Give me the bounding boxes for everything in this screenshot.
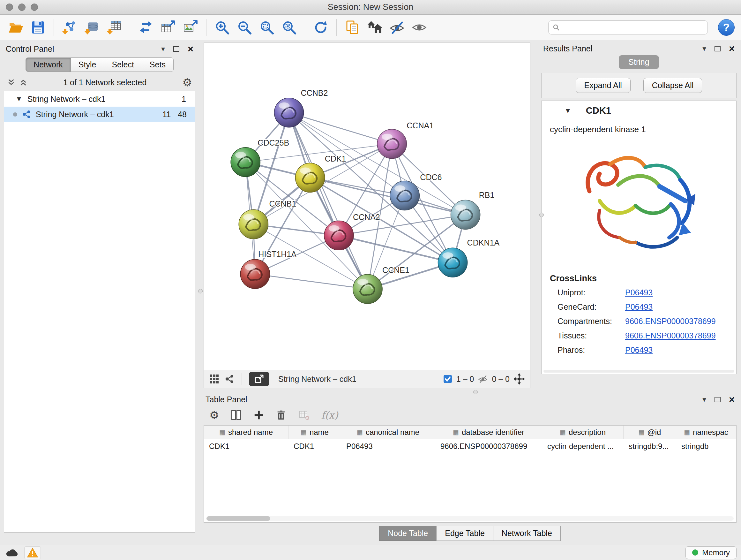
- string-results-tab[interactable]: String: [619, 55, 659, 69]
- network-row-selected[interactable]: String Network – cdk1 11 48: [4, 107, 195, 122]
- delete-table-icon[interactable]: [298, 409, 310, 421]
- network-edge-HIST1H1A-CCNE1[interactable]: [255, 274, 367, 289]
- collapse-tree-icon[interactable]: [19, 78, 27, 86]
- open-session-button[interactable]: [6, 18, 25, 37]
- zoom-window-button[interactable]: [30, 3, 38, 11]
- zoom-selected-button[interactable]: [280, 18, 298, 37]
- panel-menu-icon[interactable]: ▾: [702, 45, 706, 52]
- float-panel-icon[interactable]: [173, 46, 179, 52]
- tab-network-table[interactable]: Network Table: [493, 526, 561, 541]
- export-view-button[interactable]: [249, 372, 269, 386]
- float-panel-icon[interactable]: [715, 397, 721, 402]
- crosslink-link[interactable]: P06493: [625, 302, 653, 312]
- network-node-CCNB1[interactable]: [239, 209, 268, 239]
- zoom-out-button[interactable]: [235, 18, 254, 37]
- zoom-in-button[interactable]: [213, 18, 231, 37]
- network-graph[interactable]: CCNB2CCNA1CDC25BCDK1CDC6RB1CCNB1CCNA2CDK…: [204, 43, 530, 370]
- network-edge-CCNB2-CCNE1[interactable]: [289, 113, 367, 289]
- disclosure-triangle-icon[interactable]: ▼: [16, 95, 22, 103]
- close-panel-icon[interactable]: ×: [188, 44, 193, 54]
- network-edge-CCNB2-RB1[interactable]: [289, 113, 466, 215]
- import-table-button[interactable]: [105, 18, 124, 37]
- minimize-window-button[interactable]: [18, 3, 25, 11]
- float-panel-icon[interactable]: [715, 46, 721, 51]
- function-builder-icon[interactable]: f(x): [321, 409, 338, 421]
- hidden-eye-icon[interactable]: [478, 374, 488, 384]
- import-database-button[interactable]: [83, 18, 101, 37]
- column-header-namespace[interactable]: ▦namespac: [676, 426, 736, 439]
- search-input[interactable]: [562, 23, 704, 32]
- hide-annotations-button[interactable]: [388, 18, 406, 37]
- panel-menu-icon[interactable]: ▾: [702, 396, 706, 403]
- horizontal-splitter[interactable]: [201, 388, 741, 393]
- cloud-icon[interactable]: [4, 548, 19, 558]
- crosslink-link[interactable]: 9606.ENSP00000378699: [625, 331, 716, 340]
- tab-network[interactable]: Network: [25, 57, 71, 72]
- tab-edge-table[interactable]: Edge Table: [436, 526, 493, 541]
- table-settings-gear-icon[interactable]: ⚙: [209, 410, 219, 421]
- close-panel-icon[interactable]: ×: [729, 395, 735, 405]
- column-header-canonical-name[interactable]: ▦canonical name: [341, 426, 435, 439]
- tab-select[interactable]: Select: [104, 57, 142, 72]
- scrollbar-thumb[interactable]: [206, 516, 270, 521]
- tab-style[interactable]: Style: [71, 57, 105, 72]
- crosslink-link[interactable]: 9606.ENSP00000378699: [625, 317, 716, 326]
- warnings-button[interactable]: [24, 546, 41, 559]
- add-column-plus-icon[interactable]: [253, 410, 264, 421]
- network-node-CCNA1[interactable]: [377, 129, 407, 159]
- selected-checkbox-icon[interactable]: [443, 374, 453, 384]
- table-horizontal-scrollbar[interactable]: [206, 516, 734, 521]
- zoom-fit-button[interactable]: [258, 18, 276, 37]
- pan-crosshair-icon[interactable]: [514, 373, 525, 385]
- crosslink-link[interactable]: P06493: [625, 346, 653, 355]
- close-window-button[interactable]: [6, 3, 13, 11]
- export-network-button[interactable]: [137, 18, 155, 37]
- left-splitter-handle[interactable]: [198, 289, 203, 294]
- expand-all-button[interactable]: Expand All: [576, 78, 630, 93]
- gear-icon[interactable]: ⚙: [183, 77, 192, 88]
- network-overview-button[interactable]: [224, 374, 234, 384]
- tab-sets[interactable]: Sets: [142, 57, 174, 72]
- save-session-button[interactable]: [29, 18, 47, 37]
- network-node-RB1[interactable]: [451, 200, 480, 230]
- column-header-name[interactable]: ▦name: [288, 426, 341, 439]
- gene-card-header[interactable]: ▼ CDK1: [542, 101, 736, 120]
- network-node-CCNA2[interactable]: [324, 221, 354, 250]
- column-header-shared-name[interactable]: ▦shared name: [204, 426, 288, 439]
- export-table-button[interactable]: [159, 18, 178, 37]
- copy-document-button[interactable]: [343, 18, 361, 37]
- delete-trash-icon[interactable]: [276, 410, 286, 421]
- network-node-CCNB2[interactable]: [274, 98, 304, 127]
- network-node-CDC6[interactable]: [390, 181, 419, 210]
- network-node-CCNE1[interactable]: [353, 274, 382, 304]
- collapse-all-button[interactable]: Collapse All: [643, 78, 702, 93]
- close-panel-icon[interactable]: ×: [729, 44, 735, 54]
- network-node-CDK1[interactable]: [295, 163, 325, 192]
- memory-button[interactable]: Memory: [685, 546, 737, 559]
- disclosure-triangle-icon[interactable]: ▼: [564, 107, 571, 115]
- column-header-id[interactable]: ▦@id: [623, 426, 676, 439]
- expand-tree-icon[interactable]: [7, 78, 15, 86]
- column-header-description[interactable]: ▦description: [542, 426, 623, 439]
- network-node-HIST1H1A[interactable]: [240, 259, 270, 289]
- refresh-button[interactable]: [312, 18, 330, 37]
- results-scrollbar[interactable]: [543, 370, 734, 373]
- grid-view-button[interactable]: [209, 374, 219, 384]
- crosslink-link[interactable]: P06493: [625, 288, 653, 297]
- column-header-database-identifier[interactable]: ▦database identifier: [435, 426, 542, 439]
- network-edge-CCNB2-CCNA1[interactable]: [289, 113, 392, 144]
- show-annotations-button[interactable]: [410, 18, 428, 37]
- tab-node-table[interactable]: Node Table: [379, 526, 436, 541]
- table-row[interactable]: CDK1 CDK1 P06493 9606.ENSP00000378699 cy…: [204, 439, 736, 454]
- right-splitter-handle[interactable]: [539, 212, 544, 217]
- columns-icon[interactable]: [230, 409, 242, 421]
- export-image-button[interactable]: [181, 18, 200, 37]
- network-collection-row[interactable]: ▼ String Network – cdk1 1: [4, 91, 195, 107]
- network-node-CDC25B[interactable]: [231, 147, 260, 177]
- network-canvas[interactable]: CCNB2CCNA1CDC25BCDK1CDC6RB1CCNB1CCNA2CDK…: [204, 43, 530, 370]
- home-button[interactable]: [365, 18, 384, 37]
- import-network-button[interactable]: [60, 18, 79, 37]
- network-node-CDKN1A[interactable]: [438, 248, 467, 277]
- panel-menu-icon[interactable]: ▾: [161, 45, 165, 53]
- help-button[interactable]: ?: [718, 19, 735, 36]
